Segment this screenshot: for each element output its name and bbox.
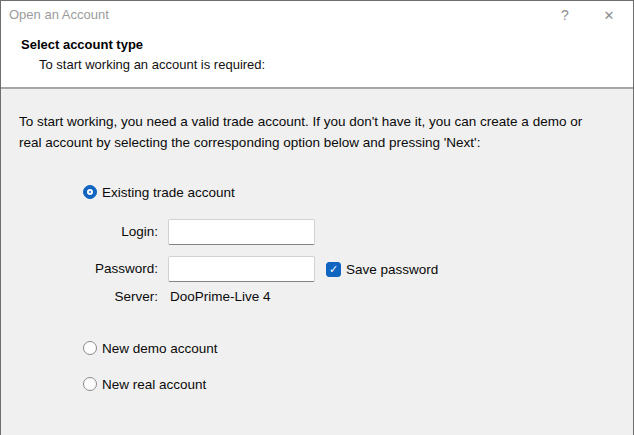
title-bar: Open an Account ? ✕ xyxy=(1,1,633,29)
intro-line-1: To start working, you need a valid trade… xyxy=(19,111,621,132)
checkmark-icon: ✓ xyxy=(329,264,338,275)
option-existing-label: Existing trade account xyxy=(102,185,235,200)
close-icon: ✕ xyxy=(604,8,615,23)
window-title: Open an Account xyxy=(9,1,109,29)
open-account-dialog: Open an Account ? ✕ Select account type … xyxy=(0,0,634,435)
save-password-option[interactable]: ✓ Save password xyxy=(326,256,438,282)
intro-text: To start working, you need a valid trade… xyxy=(19,111,621,153)
password-label: Password: xyxy=(1,256,158,282)
radio-existing-trade-account[interactable] xyxy=(83,185,97,199)
password-input[interactable] xyxy=(168,256,315,282)
dialog-body: To start working, you need a valid trade… xyxy=(1,89,633,435)
server-value: DooPrime-Live 4 xyxy=(170,287,271,307)
help-icon: ? xyxy=(561,7,569,23)
intro-line-2: real account by selecting the correspond… xyxy=(19,132,621,153)
server-label: Server: xyxy=(1,287,158,307)
page-subtitle: To start working an account is required: xyxy=(39,57,265,72)
close-button[interactable]: ✕ xyxy=(591,1,627,29)
radio-new-real-account[interactable] xyxy=(83,377,97,391)
login-input[interactable] xyxy=(168,219,315,245)
radio-new-demo-account[interactable] xyxy=(83,341,97,355)
option-demo-label: New demo account xyxy=(102,341,218,356)
option-new-real-account[interactable]: New real account xyxy=(83,376,206,392)
save-password-checkbox[interactable]: ✓ xyxy=(326,262,341,277)
option-real-label: New real account xyxy=(102,377,206,392)
option-existing-trade-account[interactable]: Existing trade account xyxy=(83,184,235,200)
help-button[interactable]: ? xyxy=(547,1,583,29)
save-password-label: Save password xyxy=(346,262,438,277)
page-title: Select account type xyxy=(21,37,143,52)
login-label: Login: xyxy=(1,219,158,245)
radio-dot xyxy=(87,189,93,195)
option-new-demo-account[interactable]: New demo account xyxy=(83,340,218,356)
